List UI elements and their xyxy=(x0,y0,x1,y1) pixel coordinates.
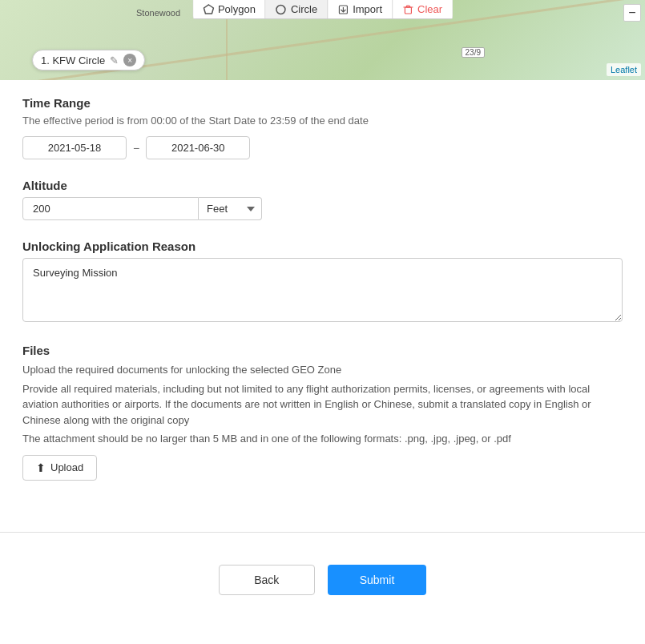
main-content: Time Range The effective period is from … xyxy=(0,80,645,516)
import-tool-button[interactable]: Import xyxy=(328,0,393,18)
start-date-input[interactable] xyxy=(22,136,127,159)
reason-title: Unlocking Application Reason xyxy=(22,239,623,253)
files-desc3: The attachment should be no larger than … xyxy=(22,431,623,447)
files-desc2: Provide all required materials, includin… xyxy=(22,381,623,429)
upload-button[interactable]: ⬆ Upload xyxy=(22,455,97,481)
import-icon xyxy=(337,4,349,15)
map-area: Polygon Circle Import Clear Stonewood − … xyxy=(0,0,645,80)
circle-badge: 1. KFW Circle ✎ × xyxy=(32,50,145,70)
svg-rect-6 xyxy=(406,6,409,7)
date-range-row: − xyxy=(22,136,623,159)
circle-tool-button[interactable]: Circle xyxy=(266,0,328,18)
time-range-title: Time Range xyxy=(22,96,623,110)
stonewood-place-label: Stonewood xyxy=(136,8,180,18)
clear-tool-button[interactable]: Clear xyxy=(393,0,452,18)
polygon-icon xyxy=(203,4,214,15)
circle-label: Circle xyxy=(291,3,317,15)
svg-point-1 xyxy=(276,5,285,14)
zoom-minus-button[interactable]: − xyxy=(623,4,641,22)
upload-icon: ⬆ xyxy=(36,461,46,474)
files-title: Files xyxy=(22,344,623,357)
map-number-label: 23/9 xyxy=(462,47,485,58)
date-separator: − xyxy=(133,142,139,155)
end-date-input[interactable] xyxy=(146,136,250,159)
reason-section: Unlocking Application Reason Surveying M… xyxy=(22,239,623,324)
polygon-label: Polygon xyxy=(218,3,256,15)
circle-badge-text: 1. KFW Circle xyxy=(41,54,105,66)
svg-rect-4 xyxy=(405,7,411,14)
altitude-row: Feet Meters xyxy=(22,197,623,220)
edit-icon[interactable]: ✎ xyxy=(110,54,119,66)
altitude-title: Altitude xyxy=(22,179,623,192)
altitude-input[interactable] xyxy=(22,197,199,220)
submit-button[interactable]: Submit xyxy=(328,565,427,595)
svg-marker-0 xyxy=(204,5,213,14)
map-toolbar: Polygon Circle Import Clear xyxy=(192,0,453,19)
time-range-description: The effective period is from 00:00 of th… xyxy=(22,115,623,127)
altitude-section: Altitude Feet Meters xyxy=(22,179,623,220)
leaflet-label: Leaflet xyxy=(607,63,641,76)
circle-icon xyxy=(276,4,287,15)
divider xyxy=(0,532,645,533)
import-label: Import xyxy=(353,3,382,15)
close-icon[interactable]: × xyxy=(123,54,136,66)
reason-textarea[interactable]: Surveying Mission xyxy=(22,258,623,322)
time-range-section: Time Range The effective period is from … xyxy=(22,96,623,159)
files-section: Files Upload the required documents for … xyxy=(22,344,623,481)
files-desc1: Upload the required documents for unlock… xyxy=(22,362,623,378)
trash-icon xyxy=(402,4,413,15)
polygon-tool-button[interactable]: Polygon xyxy=(193,0,266,18)
upload-label: Upload xyxy=(50,461,83,473)
clear-label: Clear xyxy=(417,3,442,15)
footer-actions: Back Submit xyxy=(0,549,645,619)
unit-select[interactable]: Feet Meters xyxy=(199,197,262,220)
back-button[interactable]: Back xyxy=(219,565,315,595)
